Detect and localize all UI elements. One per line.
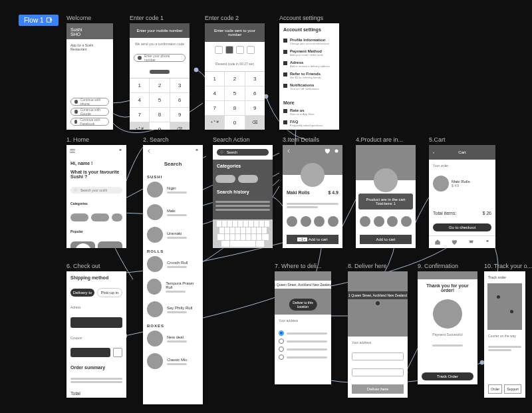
settings-item[interactable]: Payment MethodAdd your credit / debit ca… — [283, 47, 335, 59]
deliver-here-button[interactable]: Deliver here — [352, 384, 404, 394]
keypad-key[interactable]: 1 — [130, 78, 149, 92]
continue-phone-button[interactable]: Continue with phone — [70, 98, 109, 106]
continue-google-button[interactable]: Continue with Google — [70, 108, 109, 116]
list-item[interactable]: Uramaki — [147, 227, 199, 243]
list-item[interactable]: New deal — [147, 331, 199, 346]
keypad-key[interactable]: ⌫ — [245, 116, 265, 130]
pickup-toggle[interactable]: Pick-up in — [97, 288, 122, 297]
code-digit[interactable] — [247, 46, 255, 54]
keypad-key[interactable]: 0 — [150, 122, 169, 130]
flow-tag[interactable]: Flow 1 — [19, 15, 59, 26]
cart-icon[interactable] — [333, 148, 340, 154]
add-to-cart-button[interactable]: Add to cart — [360, 235, 412, 244]
settings-item[interactable]: AdressAdd or remove a delivery address — [283, 59, 335, 70]
search-input[interactable]: Search your sushi — [70, 187, 122, 194]
keyboard[interactable] — [213, 219, 273, 248]
settings-item[interactable]: Rate usRate us in App Store — [283, 106, 335, 118]
home-icon[interactable] — [434, 239, 441, 245]
screen-checkout[interactable]: 6. Check out Shipping method Delivery to… — [66, 263, 126, 398]
address-field[interactable] — [70, 317, 122, 328]
keypad-key[interactable]: 9 — [170, 108, 190, 122]
back-icon[interactable]: ‹ — [433, 150, 434, 154]
list-item[interactable]: Maki — [147, 204, 199, 220]
keypad-key[interactable]: + * # — [130, 122, 149, 130]
order-button[interactable]: Order — [488, 384, 502, 394]
screen-search[interactable]: 2. Search Search SUSHINigiriMakiUramakiR… — [143, 136, 203, 404]
back-icon[interactable] — [285, 148, 292, 154]
screen-deliver-here[interactable]: 8. Deliver here 1 Queen Street, Auckland… — [348, 263, 408, 398]
menu-icon[interactable] — [69, 148, 76, 154]
keypad-key[interactable]: + * # — [205, 116, 224, 130]
cart-icon[interactable] — [467, 239, 474, 245]
list-item[interactable]: Nigiri — [147, 182, 199, 198]
apply-coupon-button[interactable] — [113, 348, 122, 357]
screen-track-order[interactable]: 10. Track your o...Track orderCourier on… — [484, 263, 532, 398]
screen-search-action[interactable]: Search Action Search Categories Search h… — [213, 136, 273, 248]
delivery-toggle[interactable]: Delivery to — [70, 289, 94, 297]
screen-enter-code-2[interactable]: Enter code 2 Enter code sent to your num… — [205, 15, 265, 130]
deliver-location-button[interactable]: Deliver to this location — [289, 299, 317, 311]
code-digit[interactable] — [236, 46, 244, 54]
settings-item[interactable]: Profile InformationChange your account i… — [283, 36, 335, 47]
list-item[interactable]: Crunch Roll — [147, 256, 199, 272]
screen-enter-code-1[interactable]: Enter code 1 Enter your mobile number We… — [130, 15, 190, 130]
coupon-input[interactable] — [70, 348, 110, 357]
track-order-button[interactable]: Track Order — [422, 372, 473, 380]
keypad-key[interactable]: 2 — [225, 72, 244, 86]
keypad-key[interactable]: 6 — [170, 93, 190, 107]
user-icon[interactable] — [117, 148, 124, 154]
settings-item[interactable]: FAQFrequently asked questions — [283, 118, 335, 129]
keypad-key[interactable]: 4 — [130, 93, 149, 107]
popular-item[interactable] — [98, 241, 122, 248]
search-input[interactable]: Search — [217, 149, 269, 156]
keypad-key[interactable]: 0 — [225, 116, 244, 130]
keypad-key[interactable]: 3 — [245, 72, 265, 86]
address-input[interactable] — [352, 368, 404, 376]
continue-facebook-button[interactable]: Continue with Facebook — [70, 118, 109, 126]
address-radio[interactable] — [279, 339, 284, 344]
checkout-button[interactable]: Go to checkout — [433, 223, 491, 231]
keypad-key[interactable]: 8 — [225, 101, 244, 115]
category-chip[interactable] — [91, 213, 109, 221]
screen-cart[interactable]: 5.Cart ‹Cart Your order Maki Rolls$ 4.9 … — [429, 136, 495, 248]
keypad-key[interactable]: 7 — [205, 101, 224, 115]
keypad-key[interactable]: 6 — [245, 86, 265, 100]
list-item[interactable]: Tempura Prawn Roll — [147, 279, 199, 295]
list-item[interactable]: Classic Mix — [147, 353, 199, 369]
heart-icon[interactable] — [451, 239, 458, 245]
keypad-key[interactable]: 3 — [170, 78, 190, 92]
address-radio[interactable] — [279, 346, 284, 352]
category-chip[interactable] — [112, 213, 122, 221]
keypad-key[interactable]: 8 — [150, 108, 169, 122]
keypad-key[interactable]: ⌫ — [170, 122, 190, 130]
code-digit[interactable] — [225, 46, 233, 54]
screen-item-details[interactable]: 3.Item Details Maki Rolls$ 4.9 −1+Add to… — [283, 136, 342, 248]
screen-where-deliver[interactable]: 7. Where to deli... 1 Queen Street, Auck… — [275, 263, 331, 384]
screen-confirmation[interactable]: 9. Confirmation Thank you for your order… — [418, 263, 477, 384]
phone-input[interactable]: Enter your phone number — [134, 54, 186, 62]
category-chip[interactable] — [70, 213, 88, 221]
screen-welcome[interactable]: Welcome Sushi SHO App for a Sushi Restau… — [66, 15, 113, 130]
settings-item[interactable]: LogoutLog out of your account — [283, 129, 335, 130]
keypad-key[interactable]: 1 — [205, 72, 224, 86]
support-button[interactable]: Support — [504, 384, 521, 394]
screen-home[interactable]: 1. Home Hi, name ! What is your favourit… — [66, 136, 126, 248]
address-radio[interactable] — [279, 331, 284, 336]
keypad-key[interactable]: 7 — [130, 108, 149, 122]
keypad-key[interactable]: 5 — [150, 93, 169, 107]
keypad-key[interactable]: 2 — [150, 78, 169, 92]
address-radio[interactable] — [279, 354, 284, 360]
code-digit[interactable] — [215, 46, 223, 54]
settings-item[interactable]: NotificationsTurn on / off notifications — [283, 81, 335, 92]
screen-account-settings[interactable]: Account settings Account settings Profil… — [279, 15, 339, 130]
send-code-button[interactable] — [150, 70, 170, 74]
back-icon[interactable] — [146, 148, 152, 154]
user-icon[interactable] — [194, 148, 200, 154]
popular-item[interactable] — [70, 241, 95, 248]
list-item[interactable]: Say Philly Roll — [147, 301, 199, 317]
keypad-key[interactable]: 4 — [205, 86, 224, 100]
address-input[interactable] — [352, 352, 404, 360]
keypad-key[interactable]: 9 — [245, 101, 265, 115]
settings-item[interactable]: Refer to FriendsGet $5 for referring fri… — [283, 70, 335, 81]
heart-icon[interactable] — [324, 148, 331, 154]
